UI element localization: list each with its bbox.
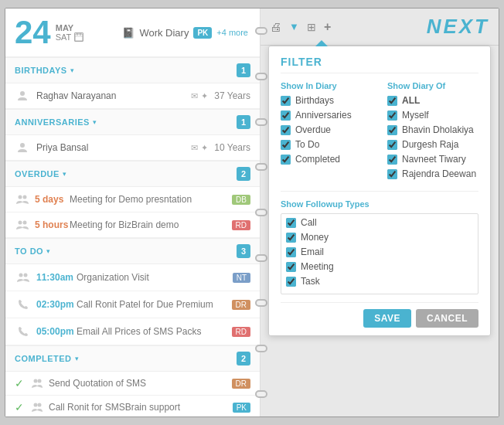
overdue-section-header: OVERDUE ▾ 2: [5, 161, 260, 187]
filter-myself-label: Myself: [402, 110, 429, 121]
birthdays-badge: 1: [237, 63, 250, 77]
anniversary-star-icon: ✦: [201, 143, 208, 153]
save-button[interactable]: SAVE: [363, 309, 411, 328]
filter-completed-checkbox[interactable]: [281, 155, 291, 165]
anniversaries-section-header: ANNIVERSARIES ▾ 1: [5, 109, 260, 135]
anniversaries-arrow[interactable]: ▾: [93, 118, 97, 126]
filter-completed: Completed: [281, 154, 372, 165]
completed-check-1: ✓: [15, 401, 26, 413]
filter-completed-label: Completed: [295, 154, 340, 165]
workdiary-section: 📓 Work Diary PK +4 more: [122, 27, 248, 39]
filter-title: FILTER: [281, 56, 478, 73]
calendar-icon: [74, 32, 83, 42]
date-day: SAT: [56, 32, 84, 42]
completed-people-icon-1: [30, 400, 44, 414]
svg-point-8: [19, 221, 22, 225]
filter-email: Email: [286, 246, 473, 257]
filter-todo-label: To Do: [295, 139, 319, 150]
filter-todo: To Do: [281, 139, 372, 150]
filter-anniversaries-checkbox[interactable]: [281, 110, 291, 121]
completed-check-0: ✓: [15, 377, 26, 389]
todo-phone-icon-2: [15, 323, 32, 340]
filter-durgesh-checkbox[interactable]: [387, 140, 397, 150]
svg-point-7: [23, 196, 27, 199]
svg-point-11: [24, 274, 28, 277]
completed-item-0: ✓ Send Quotation of SMS DR: [5, 372, 260, 396]
completed-people-icon-0: [30, 376, 44, 390]
anniversaries-badge: 1: [237, 115, 250, 129]
birthdays-arrow[interactable]: ▾: [70, 66, 74, 74]
filter-diary-bhavin: Bhavin Dholakiya: [387, 124, 478, 135]
birthday-item: Raghav Narayanan ✉ ✦ 37 Years: [5, 83, 260, 109]
filter-rajendra-checkbox[interactable]: [387, 169, 397, 179]
filter-navneet-checkbox[interactable]: [387, 155, 397, 165]
filter-email-label: Email: [301, 246, 324, 257]
filter-all-checkbox[interactable]: [387, 96, 397, 106]
filter-overdue-checkbox[interactable]: [281, 125, 291, 135]
show-diary-of-label: Show Diary Of: [387, 81, 478, 90]
followup-list: Call Money Email Meeting: [281, 213, 478, 294]
filter-money-checkbox[interactable]: [286, 233, 296, 243]
anniversary-email-icon: ✉: [191, 143, 198, 153]
todo-user-badge-1: DR: [232, 300, 250, 310]
todo-item-2: 05:00pm Email All Prices of SMS Packs RD: [5, 318, 260, 345]
completed-user-badge-0: DR: [232, 379, 250, 389]
filter-anniversaries: Anniversaries: [281, 110, 372, 121]
svg-point-9: [23, 221, 27, 225]
print-icon[interactable]: 🖨: [270, 20, 281, 33]
filter-navneet-label: Navneet Tiwary: [402, 154, 466, 165]
filter-diary-myself: Myself: [387, 110, 478, 121]
filter-todo-checkbox[interactable]: [281, 140, 291, 150]
completed-text-1: Call Ronit for SMSBrain support: [49, 402, 228, 413]
todo-text-0: Organization Visit: [77, 272, 228, 283]
filter-birthdays-checkbox[interactable]: [281, 96, 291, 106]
todo-text-2: Email All Prices of SMS Packs: [77, 326, 227, 337]
completed-badge: 2: [237, 352, 250, 366]
anniversary-item: Priya Bansal ✉ ✦ 10 Years: [5, 135, 260, 161]
anniversaries-title: ANNIVERSARIES: [15, 117, 90, 127]
add-icon[interactable]: +: [324, 20, 331, 34]
todo-user-badge-2: RD: [232, 327, 250, 337]
filter-birthdays: Birthdays: [281, 95, 372, 106]
overdue-text-0: Meeting for Demo presntation: [70, 194, 227, 205]
filter-icon[interactable]: ▼: [289, 21, 299, 32]
todo-phone-icon-1: [15, 296, 32, 313]
filter-task: Task: [286, 276, 473, 287]
cancel-button[interactable]: CANCEL: [416, 309, 478, 328]
filter-call: Call: [286, 217, 473, 228]
followup-section: Show Followup Types Call Money Email: [281, 191, 478, 294]
completed-title: COMPLETED: [15, 354, 72, 363]
overdue-item-1: 5 hours Meeting for BizBrain demo RD: [5, 212, 260, 238]
filter-call-checkbox[interactable]: [286, 218, 296, 228]
filter-task-checkbox[interactable]: [286, 277, 296, 287]
svg-point-5: [20, 143, 25, 148]
todo-user-badge-0: NT: [233, 273, 250, 283]
followup-label: Show Followup Types: [281, 199, 478, 209]
overdue-arrow[interactable]: ▾: [63, 170, 66, 178]
more-link[interactable]: +4 more: [216, 28, 248, 37]
overdue-badge-1: RD: [232, 220, 250, 230]
todo-arrow[interactable]: ▾: [46, 247, 50, 255]
person-icon: [15, 88, 30, 104]
toolbar: 🖨 ▼ ⊞ +: [270, 20, 427, 34]
svg-point-14: [34, 403, 38, 407]
main-container: 24 MAY SAT 📓 Work Diary PK +4 more BIRTH…: [5, 8, 499, 417]
filter-myself-checkbox[interactable]: [387, 110, 397, 121]
filter-meeting-checkbox[interactable]: [286, 262, 296, 272]
completed-user-badge-1: PK: [233, 403, 250, 413]
overdue-item-0: 5 days Meeting for Demo presntation DB: [5, 187, 260, 212]
filter-email-checkbox[interactable]: [286, 247, 296, 257]
birthdays-section-header: BIRTHDAYS ▾ 1: [5, 57, 260, 83]
overdue-people-icon-1: [15, 217, 30, 233]
completed-arrow[interactable]: ▾: [75, 355, 79, 362]
svg-rect-0: [75, 34, 83, 41]
overdue-title: OVERDUE: [15, 169, 60, 178]
grid-icon[interactable]: ⊞: [307, 21, 316, 33]
show-in-diary-col: Show In Diary Birthdays Anniversaries Ov…: [281, 81, 372, 183]
filter-bhavin-checkbox[interactable]: [387, 125, 397, 135]
birthday-value: 37 Years: [214, 90, 250, 101]
filter-task-label: Task: [301, 276, 320, 287]
overdue-duration-0: 5 days: [35, 194, 70, 205]
birthday-star-icon: ✦: [201, 91, 208, 101]
filter-diary-navneet: Navneet Tiwary: [387, 154, 478, 165]
